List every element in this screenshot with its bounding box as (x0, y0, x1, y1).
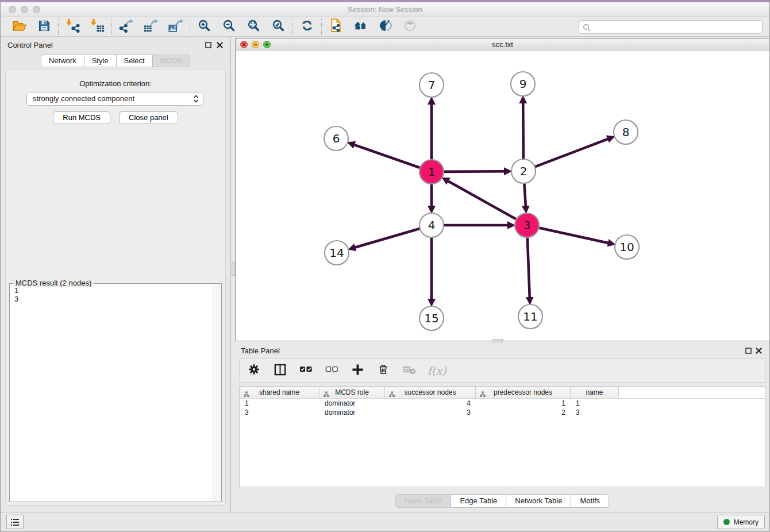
graph-edge-3-1[interactable] (448, 181, 518, 220)
cell-shared-name: 1 (240, 399, 319, 408)
birds-eye-view-button (402, 19, 418, 34)
column-header-predecessor-nodes[interactable]: predecessor nodes (476, 387, 571, 398)
node-label: 10 (619, 240, 634, 254)
graph-edge-2-8[interactable] (534, 138, 609, 167)
export-network-button[interactable] (118, 19, 134, 34)
float-table-panel-icon[interactable] (745, 347, 752, 354)
tab-edge-table[interactable]: Edge Table (451, 494, 506, 508)
network-close-button[interactable] (240, 41, 248, 48)
deselect-all-button[interactable] (324, 363, 339, 378)
graph-edge-4-14[interactable] (355, 228, 421, 248)
run-mcds-button[interactable]: Run MCDS (53, 111, 110, 124)
mcds-result-text[interactable]: 1 3 (10, 284, 213, 501)
close-panel-icon[interactable] (216, 41, 224, 49)
apply-layout-button[interactable] (299, 19, 315, 34)
graph-node-15[interactable]: 15 (419, 306, 444, 330)
new-network-from-selection-button[interactable] (328, 19, 344, 34)
column-label: successor nodes (404, 388, 456, 396)
export-table-icon (144, 18, 158, 35)
graph-node-1[interactable]: 1 (419, 160, 444, 184)
export-table-button[interactable] (143, 19, 159, 34)
graph-edge-1-6[interactable] (353, 145, 421, 168)
save-session-button[interactable] (36, 19, 52, 34)
zoom-in-button[interactable] (197, 19, 212, 34)
memory-label: Memory (734, 518, 759, 526)
zoom-fit-button[interactable] (246, 19, 261, 34)
graph-edge-3-11[interactable] (528, 236, 530, 298)
table-settings-button[interactable] (247, 363, 261, 378)
toolbar-groups (5, 19, 424, 35)
network-view-window: scc.txt 7968124314101511 (235, 38, 770, 341)
tab-select[interactable]: Select (117, 55, 153, 67)
tab-motifs[interactable]: Motifs (571, 494, 609, 508)
criterion-select[interactable]: strongly connected component (26, 92, 203, 106)
table-row[interactable]: 1dominator411 (240, 399, 765, 408)
column-header-successor-nodes[interactable]: successor nodes (385, 387, 476, 398)
import-network-button[interactable] (65, 19, 80, 34)
first-neighbors-button[interactable] (353, 19, 368, 34)
vertical-splitter[interactable] (231, 37, 235, 512)
cell-predecessor-nodes: 1 (476, 399, 571, 408)
toolbar-group (5, 19, 58, 34)
graph-node-3[interactable]: 3 (515, 213, 539, 237)
table-panel: Table Panel f(x) shared nameMCDS rolesuc… (235, 342, 769, 512)
column-type-icon (388, 390, 395, 401)
column-header-MCDS-role[interactable]: MCDS role (319, 387, 385, 398)
graph-node-7[interactable]: 7 (419, 73, 444, 97)
graph-node-11[interactable]: 11 (518, 304, 542, 329)
graph-node-10[interactable]: 10 (615, 235, 639, 259)
tab-network-table[interactable]: Network Table (506, 494, 571, 508)
zoom-window-button[interactable] (33, 6, 40, 13)
graph-edge-1-2[interactable] (442, 171, 505, 172)
eye-icon (403, 19, 417, 34)
zoom-out-button[interactable] (221, 19, 237, 34)
float-panel-icon[interactable] (205, 41, 212, 49)
tab-node-table[interactable]: Node Table (395, 494, 452, 508)
export-image-button[interactable] (168, 19, 183, 34)
delete-columns-button[interactable] (376, 363, 391, 378)
graph-edge-2-9[interactable] (523, 102, 523, 160)
graph-node-6[interactable]: 6 (324, 126, 348, 151)
column-type-icon (323, 390, 330, 401)
close-panel-button[interactable]: Close panel (119, 111, 178, 124)
column-header-shared-name[interactable]: shared name (240, 387, 319, 398)
folder-open-icon (12, 20, 26, 34)
show-column-panel-button[interactable] (272, 363, 287, 378)
refresh-icon (301, 19, 314, 34)
control-panel: Control Panel NetworkStyleSelectMCDS Opt… (1, 37, 231, 512)
result-scrollbar[interactable] (213, 284, 221, 501)
network-zoom-button[interactable] (263, 41, 271, 48)
houses-icon (353, 19, 368, 34)
create-column-button[interactable] (350, 363, 365, 378)
graph-node-2[interactable]: 2 (511, 159, 536, 183)
graphics-details-button[interactable] (378, 19, 393, 34)
cell-successor-nodes: 4 (385, 399, 476, 408)
graph-node-8[interactable]: 8 (614, 120, 638, 144)
graph-edge-3-10[interactable] (538, 228, 609, 243)
table-row[interactable]: 3dominator323 (240, 408, 765, 417)
control-panel-tabs: NetworkStyleSelectMCDS (1, 55, 230, 67)
graph-edge-2-3[interactable] (524, 182, 526, 207)
open-session-button[interactable] (11, 19, 27, 34)
minimize-window-button[interactable] (21, 6, 28, 13)
select-all-button[interactable] (298, 363, 313, 378)
close-window-button[interactable] (9, 6, 16, 13)
cell-MCDS-role: dominator (319, 408, 385, 417)
search-input[interactable] (579, 20, 763, 34)
mcds-buttons-row: Run MCDS Close panel (6, 111, 225, 124)
graph-node-14[interactable]: 14 (325, 241, 349, 265)
memory-button[interactable]: Memory (717, 515, 765, 529)
import-table-button[interactable] (90, 19, 105, 34)
network-minimize-button[interactable] (252, 41, 259, 48)
task-history-button[interactable] (6, 515, 24, 529)
close-table-panel-icon[interactable] (755, 347, 763, 354)
graph-node-9[interactable]: 9 (511, 72, 535, 96)
graph-node-4[interactable]: 4 (419, 213, 444, 237)
tab-network[interactable]: Network (41, 55, 84, 67)
network-canvas[interactable]: 7968124314101511 (236, 51, 769, 341)
tab-style[interactable]: Style (84, 55, 117, 67)
main-toolbar (1, 17, 769, 37)
tab-mcds[interactable]: MCDS (153, 55, 190, 67)
column-header-name[interactable]: name (571, 387, 619, 398)
zoom-selected-button[interactable] (271, 19, 286, 34)
